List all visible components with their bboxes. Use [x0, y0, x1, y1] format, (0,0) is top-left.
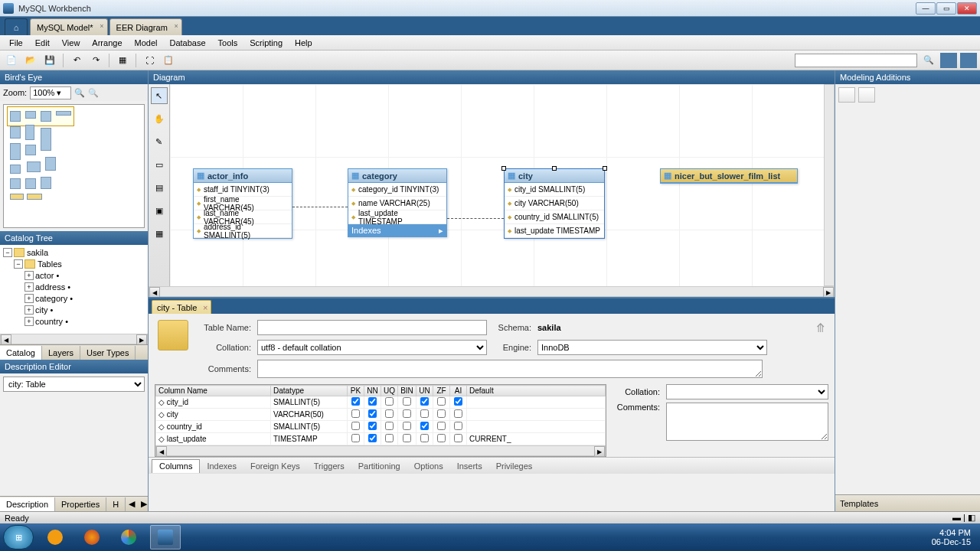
comments-input[interactable] [257, 360, 763, 378]
home-tab[interactable]: ⌂ [5, 18, 28, 35]
document-icon[interactable]: 📋 [160, 53, 177, 68]
redo-icon[interactable]: ↷ [87, 53, 104, 68]
menu-scripting[interactable]: Scripting [243, 38, 289, 47]
btab-triggers[interactable]: Triggers [307, 459, 351, 473]
scrollbar[interactable]: ◀▶ [155, 445, 606, 456]
table-row[interactable]: ◇ country_idSMALLINT(5) [156, 421, 606, 433]
menu-tools[interactable]: Tools [212, 38, 244, 47]
new-file-icon[interactable]: 📄 [3, 53, 20, 68]
table-city[interactable]: city city_id SMALLINT(5) city VARCHAR(50… [504, 168, 605, 239]
add-template-icon[interactable] [838, 87, 855, 103]
expand-icon[interactable]: ⛶ [141, 53, 158, 68]
search-icon[interactable]: 🔍 [920, 53, 937, 68]
table-row[interactable]: ◇ city_idSMALLINT(5) [156, 396, 606, 409]
minimize-button[interactable]: — [916, 2, 936, 15]
catalog-tree[interactable]: −sakila −Tables +actor • +address • +cat… [0, 245, 148, 334]
table-category[interactable]: category category_id TINYINT(3) name VAR… [348, 168, 447, 237]
note-tool-icon[interactable]: ▤ [151, 179, 168, 196]
menu-database[interactable]: Database [163, 38, 211, 47]
templates-tab[interactable]: Templates [835, 494, 980, 511]
expand-icon[interactable]: + [24, 271, 34, 280]
table-tool-icon[interactable]: ▦ [151, 225, 168, 242]
layer-tool-icon[interactable]: ▭ [151, 156, 168, 173]
menu-arrange[interactable]: Arrange [86, 38, 128, 47]
open-folder-icon[interactable]: 📂 [22, 53, 39, 68]
table-nicer[interactable]: nicer_but_slower_film_list [660, 168, 798, 184]
undo-icon[interactable]: ↶ [68, 53, 85, 68]
eraser-tool-icon[interactable]: ✎ [151, 133, 168, 150]
catalog-tab-catalog[interactable]: Catalog [0, 346, 42, 360]
btab-options[interactable]: Options [407, 459, 450, 473]
maximize-button[interactable]: ▭ [936, 2, 956, 15]
table-name-input[interactable] [257, 320, 487, 335]
catalog-tab-layers[interactable]: Layers [42, 346, 80, 360]
close-icon[interactable]: × [203, 303, 207, 312]
taskbar-firefox-icon[interactable] [77, 525, 107, 549]
close-icon[interactable]: × [175, 22, 178, 30]
desc-tab-h[interactable]: H [106, 497, 126, 511]
expand-icon[interactable]: − [14, 259, 23, 269]
nav-prev-icon[interactable]: ◀ [126, 499, 138, 509]
close-icon[interactable]: × [100, 22, 103, 30]
scrollbar[interactable] [824, 84, 835, 286]
save-icon[interactable]: 💾 [41, 53, 58, 68]
side-comments-input[interactable] [666, 403, 828, 441]
collation-select[interactable]: utf8 - default collation [257, 340, 487, 355]
table-actor-info[interactable]: actor_info staff_id TINYINT(3) first_nam… [193, 168, 292, 239]
expand-icon[interactable]: + [24, 305, 34, 315]
taskbar-workbench-icon[interactable] [150, 525, 181, 549]
expand-icon[interactable]: + [24, 317, 34, 326]
birdseye-minimap[interactable] [3, 104, 145, 228]
menu-edit[interactable]: Edit [29, 38, 56, 47]
tab-diagram[interactable]: EER Diagram× [109, 18, 182, 35]
taskbar-media-icon[interactable] [40, 525, 70, 549]
desc-tab-description[interactable]: Description [0, 497, 55, 511]
menu-model[interactable]: Model [129, 38, 164, 47]
start-button[interactable]: ⊞ [3, 525, 34, 549]
desc-select[interactable]: city: Table [3, 377, 145, 392]
btab-partitioning[interactable]: Partitioning [351, 459, 407, 473]
menu-view[interactable]: View [56, 38, 87, 47]
panel-toggle[interactable] [940, 53, 957, 68]
zoom-in-icon[interactable]: 🔍 [74, 88, 85, 98]
btab-indexes[interactable]: Indexes [200, 459, 243, 473]
btab-privileges[interactable]: Privileges [489, 459, 540, 473]
tree-item[interactable]: +country • [2, 315, 146, 327]
pointer-tool-icon[interactable]: ↖ [151, 87, 168, 104]
grid-icon[interactable]: ▦ [114, 53, 131, 68]
tree-item[interactable]: +category • [2, 292, 146, 304]
close-button[interactable]: ✕ [957, 2, 977, 15]
side-collation-select[interactable] [666, 384, 828, 399]
tree-item[interactable]: +actor • [2, 269, 146, 281]
editor-tab-city[interactable]: city - Table× [152, 300, 211, 314]
btab-inserts[interactable]: Inserts [450, 459, 489, 473]
btab-fk[interactable]: Foreign Keys [243, 459, 307, 473]
btab-columns[interactable]: Columns [152, 459, 200, 473]
add-folder-icon[interactable] [858, 87, 875, 103]
search-input[interactable] [795, 54, 917, 67]
catalog-tab-usertypes[interactable]: User Types [80, 346, 136, 360]
columns-grid[interactable]: Column Name Datatype PK NN UQ BIN UN ZF … [155, 384, 606, 457]
expand-icon[interactable]: + [24, 282, 34, 292]
scrollbar[interactable]: ◀▶ [0, 334, 148, 344]
zoom-out-icon[interactable]: 🔍 [88, 88, 99, 98]
menu-file[interactable]: File [3, 38, 29, 47]
expand-icon[interactable]: + [24, 294, 34, 303]
menu-help[interactable]: Help [289, 38, 318, 47]
tree-item[interactable]: +city • [2, 304, 146, 315]
zoom-select[interactable]: 100% ▾ [30, 86, 71, 99]
engine-select[interactable]: InnoDB [537, 340, 767, 355]
table-row[interactable]: ◇ cityVARCHAR(50) [156, 409, 606, 421]
hand-tool-icon[interactable]: ✋ [151, 110, 168, 127]
taskbar-chrome-icon[interactable] [113, 525, 144, 549]
desc-tab-properties[interactable]: Properties [55, 497, 106, 511]
scrollbar[interactable]: ◀▶ [149, 286, 835, 297]
tree-item[interactable]: +address • [2, 281, 146, 292]
collapse-icon[interactable]: ⤊ [815, 321, 825, 335]
table-row[interactable]: ◇ last_updateTIMESTAMP CURRENT_ [156, 433, 606, 445]
system-tray[interactable]: 4:04 PM 06-Dec-15 [926, 528, 977, 546]
expand-icon[interactable]: − [3, 248, 12, 257]
image-tool-icon[interactable]: ▣ [151, 202, 168, 219]
diagram-canvas[interactable]: actor_info staff_id TINYINT(3) first_nam… [170, 84, 835, 286]
tab-model[interactable]: MySQL Model*× [30, 18, 108, 35]
